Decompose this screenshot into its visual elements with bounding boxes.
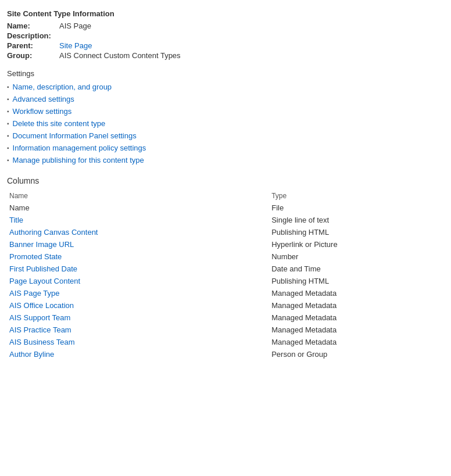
workflow-settings-link[interactable]: Workflow settings bbox=[13, 107, 72, 116]
column-name-link[interactable]: Page Layout Content bbox=[9, 277, 80, 285]
column-name-link[interactable]: AIS Practice Team bbox=[9, 325, 71, 334]
info-row-group: Group: AIS Connect Custom Content Types bbox=[7, 51, 444, 60]
info-table: Name: AIS Page Description: Parent: Site… bbox=[7, 22, 444, 60]
column-name-link[interactable]: AIS Office Location bbox=[9, 301, 74, 310]
column-header-type: Type bbox=[269, 190, 444, 202]
column-name-link[interactable]: First Published Date bbox=[9, 264, 77, 273]
info-row-parent: Parent: Site Page bbox=[7, 41, 444, 50]
table-row: Page Layout ContentPublishing HTML bbox=[7, 275, 444, 287]
table-row: AIS Support TeamManaged Metadata bbox=[7, 312, 444, 324]
column-type-cell: Publishing HTML bbox=[269, 275, 444, 287]
column-type-cell: Person or Group bbox=[269, 348, 444, 360]
column-type-cell: Managed Metadata bbox=[269, 336, 444, 348]
table-row: NameFile bbox=[7, 202, 444, 214]
column-name-cell[interactable]: AIS Business Team bbox=[7, 336, 269, 348]
column-type-cell: Publishing HTML bbox=[269, 226, 444, 238]
page-title: Site Content Type Information bbox=[7, 9, 444, 18]
table-row: Promoted StateNumber bbox=[7, 250, 444, 263]
table-row: AIS Business TeamManaged Metadata bbox=[7, 336, 444, 348]
column-type-cell: Date and Time bbox=[269, 263, 444, 275]
document-info-panel-link[interactable]: Document Information Panel settings bbox=[13, 131, 137, 140]
manage-publishing-link[interactable]: Manage publishing for this content type bbox=[13, 156, 144, 164]
column-type-cell: Managed Metadata bbox=[269, 299, 444, 312]
info-row-description: Description: bbox=[7, 31, 444, 40]
column-name-cell[interactable]: Author Byline bbox=[7, 348, 269, 360]
column-type-cell: File bbox=[269, 202, 444, 214]
column-name-link[interactable]: Banner Image URL bbox=[9, 240, 74, 249]
column-header-name: Name bbox=[7, 190, 269, 202]
column-name-cell[interactable]: Promoted State bbox=[7, 250, 269, 263]
delete-content-type-link[interactable]: Delete this site content type bbox=[13, 119, 106, 128]
table-row: AIS Page TypeManaged Metadata bbox=[7, 287, 444, 299]
column-name-link[interactable]: AIS Support Team bbox=[9, 313, 70, 322]
table-row: Banner Image URLHyperlink or Picture bbox=[7, 238, 444, 250]
columns-table: Name Type NameFileTitleSingle line of te… bbox=[7, 190, 444, 360]
column-name-link[interactable]: AIS Business Team bbox=[9, 338, 74, 346]
column-name-cell[interactable]: AIS Practice Team bbox=[7, 324, 269, 336]
settings-item-workflow: Workflow settings bbox=[7, 107, 444, 116]
advanced-settings-link[interactable]: Advanced settings bbox=[13, 95, 74, 103]
settings-item-delete: Delete this site content type bbox=[7, 119, 444, 128]
parent-label: Parent: bbox=[7, 41, 59, 50]
settings-item-advanced: Advanced settings bbox=[7, 95, 444, 103]
column-name-cell[interactable]: AIS Page Type bbox=[7, 287, 269, 299]
column-type-cell: Managed Metadata bbox=[269, 312, 444, 324]
description-label: Description: bbox=[7, 31, 59, 40]
info-management-policy-link[interactable]: Information management policy settings bbox=[13, 144, 146, 152]
column-type-cell: Managed Metadata bbox=[269, 287, 444, 299]
table-row: AIS Practice TeamManaged Metadata bbox=[7, 324, 444, 336]
table-row: AIS Office LocationManaged Metadata bbox=[7, 299, 444, 312]
column-type-cell: Hyperlink or Picture bbox=[269, 238, 444, 250]
settings-item-info-management: Information management policy settings bbox=[7, 144, 444, 152]
parent-value: Site Page bbox=[59, 41, 92, 50]
name-value: AIS Page bbox=[59, 22, 91, 30]
column-name-link[interactable]: Authoring Canvas Content bbox=[9, 228, 98, 237]
settings-heading: Settings bbox=[7, 69, 444, 78]
column-name-link[interactable]: AIS Page Type bbox=[9, 289, 60, 298]
columns-heading: Columns bbox=[7, 176, 444, 185]
info-row-name: Name: AIS Page bbox=[7, 22, 444, 30]
column-name-cell[interactable]: Page Layout Content bbox=[7, 275, 269, 287]
column-name-cell[interactable]: AIS Office Location bbox=[7, 299, 269, 312]
columns-header-row: Name Type bbox=[7, 190, 444, 202]
table-row: Author BylinePerson or Group bbox=[7, 348, 444, 360]
column-type-cell: Number bbox=[269, 250, 444, 263]
table-row: First Published DateDate and Time bbox=[7, 263, 444, 275]
parent-link[interactable]: Site Page bbox=[59, 41, 92, 50]
name-desc-group-link[interactable]: Name, description, and group bbox=[13, 83, 112, 91]
column-name-cell[interactable]: Banner Image URL bbox=[7, 238, 269, 250]
settings-item-document-info: Document Information Panel settings bbox=[7, 131, 444, 140]
group-value: AIS Connect Custom Content Types bbox=[59, 51, 181, 60]
column-name-cell[interactable]: First Published Date bbox=[7, 263, 269, 275]
name-label: Name: bbox=[7, 22, 59, 30]
column-name-cell[interactable]: AIS Support Team bbox=[7, 312, 269, 324]
column-name-link[interactable]: Promoted State bbox=[9, 252, 62, 261]
settings-item-name-desc-group: Name, description, and group bbox=[7, 83, 444, 91]
column-type-cell: Single line of text bbox=[269, 214, 444, 226]
table-row: Authoring Canvas ContentPublishing HTML bbox=[7, 226, 444, 238]
group-label: Group: bbox=[7, 51, 59, 60]
column-name-link[interactable]: Author Byline bbox=[9, 350, 54, 359]
settings-list: Name, description, and group Advanced se… bbox=[7, 83, 444, 164]
column-name-cell[interactable]: Title bbox=[7, 214, 269, 226]
column-name-cell[interactable]: Authoring Canvas Content bbox=[7, 226, 269, 238]
table-row: TitleSingle line of text bbox=[7, 214, 444, 226]
settings-item-manage-publishing: Manage publishing for this content type bbox=[7, 156, 444, 164]
column-name-cell: Name bbox=[7, 202, 269, 214]
column-name-link[interactable]: Title bbox=[9, 216, 23, 224]
column-type-cell: Managed Metadata bbox=[269, 324, 444, 336]
columns-section: Columns Name Type NameFileTitleSingle li… bbox=[7, 176, 444, 360]
